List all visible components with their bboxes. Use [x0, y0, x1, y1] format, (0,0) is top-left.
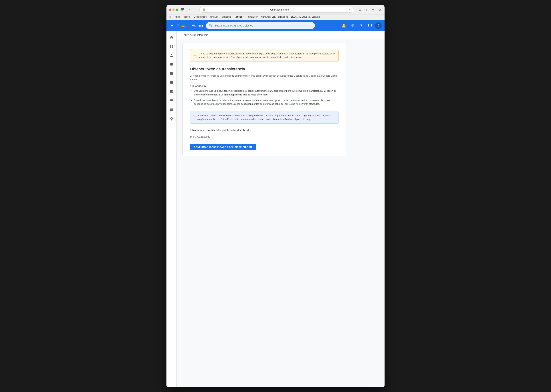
maximize-button[interactable]: [176, 8, 178, 11]
breadcrumb: Token de transferencia: [182, 34, 208, 36]
bookmark-apple[interactable]: Apple: [175, 16, 181, 18]
search-input[interactable]: [215, 24, 312, 27]
user-avatar[interactable]: J: [375, 22, 382, 29]
warning-icon: ⚠: [193, 52, 197, 56]
back-button[interactable]: ‹: [187, 7, 192, 12]
bullet-text-2: Cuando se haya llevado a cabo la transfe…: [194, 99, 330, 105]
forward-button[interactable]: ›: [192, 7, 197, 12]
svg-rect-1: [181, 9, 184, 10]
google-logo-text: Google: [177, 23, 189, 28]
sidebar: [167, 31, 177, 387]
bookmark-wikipedia[interactable]: Wikipedia: [222, 16, 231, 18]
what-happens-label: QUÉ OCURRIRÁ: [190, 85, 339, 87]
confirm-button[interactable]: CONFIRMAR IDENTIFICADOR DEL DISTRIBUIDOR: [190, 144, 256, 150]
sidebar-email-icon[interactable]: [167, 105, 177, 114]
svg-rect-10: [370, 27, 370, 27]
sidebar-users-icon[interactable]: [167, 51, 177, 60]
sidebar-reports-icon[interactable]: [167, 87, 177, 96]
sidebar-billing-icon[interactable]: [167, 96, 177, 105]
search-bar: 🔍: [206, 22, 315, 29]
distributor-id-input[interactable]: [190, 134, 223, 139]
bookmark-comunitat[interactable]: Comunitat Val...- eldiario.es: [261, 16, 288, 18]
bookmark-populares[interactable]: Populares ▾: [247, 16, 258, 18]
svg-rect-7: [370, 25, 370, 26]
bookmarks-bar: ⊞ Apple Yahoo! Google Maps YouTube Wikip…: [167, 14, 384, 20]
copy-icon[interactable]: ⧉: [377, 7, 382, 12]
list-item: Una vez generado un nuevo token, proporc…: [194, 89, 339, 97]
svg-rect-4: [370, 24, 370, 25]
timer-icon[interactable]: ⏱: [349, 22, 356, 29]
svg-rect-3: [368, 24, 369, 25]
search-icon: 🔍: [209, 24, 213, 28]
shield-icon: 🛡: [207, 8, 209, 11]
admin-header: ≡ Google Admin 🔍 🔔 ⏱ ?: [167, 20, 384, 31]
content-area: Token de transferencia ⚠ Ya no se pueden…: [177, 31, 384, 387]
svg-rect-2: [181, 11, 183, 11]
bookmark-yahoo[interactable]: Yahoo!: [184, 16, 190, 18]
help-button[interactable]: ?: [358, 22, 365, 29]
apps-grid-button[interactable]: [366, 22, 374, 29]
bookmark-apps-icon[interactable]: ⊞: [169, 15, 172, 18]
svg-rect-5: [371, 24, 372, 25]
bullet-text-1: Una vez generado un nuevo token, proporc…: [194, 90, 337, 96]
bookmark-levante[interactable]: LEVANTE-EMV:...ts, Espanya: [291, 16, 320, 18]
sidebar-dashboard-icon[interactable]: [167, 42, 177, 51]
sidebar-location-icon[interactable]: [167, 114, 177, 123]
address-bar[interactable]: admin.google.com: [211, 8, 348, 11]
admin-logo: Google Admin: [177, 23, 203, 28]
admin-label: Admin: [192, 23, 203, 28]
sidebar-devices-icon[interactable]: [167, 60, 177, 69]
svg-rect-9: [368, 27, 369, 27]
bookmark-noticias[interactable]: Noticias ▾: [234, 16, 244, 18]
section-description: El token de transferencia de un dominio …: [190, 74, 339, 82]
info-box: ℹ Si decides cambiar de distribuidor, no…: [190, 111, 339, 124]
warning-box: ⚠ Ya no se pueden transferir suscripcion…: [190, 49, 339, 62]
share-icon[interactable]: ↑: [364, 7, 369, 12]
sidebar-home-icon[interactable]: [167, 33, 177, 42]
refresh-button[interactable]: ↻: [349, 8, 351, 11]
notifications-button[interactable]: 🔔: [340, 22, 348, 29]
close-button[interactable]: [169, 8, 171, 11]
bookmark-youtube[interactable]: YouTube: [210, 16, 218, 18]
info-icon: ℹ: [193, 114, 195, 118]
svg-rect-6: [368, 25, 369, 26]
bullet-list: Una vez generado un nuevo token, proporc…: [190, 89, 339, 106]
content-card: ⚠ Ya no se pueden transferir suscripcion…: [182, 43, 346, 156]
bookmark-google-maps[interactable]: Google Maps: [194, 16, 207, 18]
new-tab-icon[interactable]: +: [370, 7, 376, 12]
svg-rect-11: [371, 27, 372, 27]
warning-text: Ya no se pueden transferir suscripciones…: [199, 52, 335, 59]
svg-rect-8: [371, 25, 372, 26]
bullet-bold-1: El token de transferencia caducará 14 dí…: [194, 90, 337, 96]
list-item: Cuando se haya llevado a cabo la transfe…: [194, 98, 339, 106]
minimize-button[interactable]: [173, 8, 175, 11]
menu-button[interactable]: ≡: [169, 22, 174, 29]
section-title: Obtener token de transferencia: [190, 67, 339, 71]
form-label: Introduce el identificador público del d…: [190, 129, 339, 132]
info-text: Si decides cambiar de distribuidor, no o…: [197, 114, 335, 121]
security-icon: 🔒: [202, 8, 206, 11]
address-bar-container: 🔒 🛡 admin.google.com ↻: [199, 7, 354, 13]
sidebar-apps-icon[interactable]: [167, 69, 177, 78]
download-icon[interactable]: ⊕: [357, 7, 362, 12]
sidebar-security-icon[interactable]: [167, 78, 177, 87]
svg-rect-0: [181, 8, 184, 9]
sidebar-toggle-button[interactable]: [180, 7, 185, 12]
